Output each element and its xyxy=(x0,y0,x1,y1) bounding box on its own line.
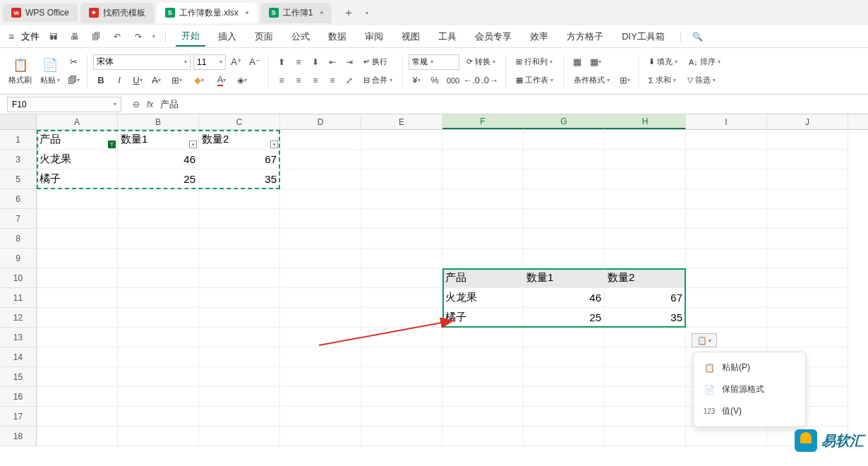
decrease-indent-button[interactable]: ⇤ xyxy=(325,55,339,69)
format-as-table-button[interactable]: ⊞▾ xyxy=(617,73,632,88)
qat-dropdown[interactable]: ▾ xyxy=(152,33,155,40)
tab-file-1[interactable]: S 工作簿数量.xlsx • xyxy=(157,3,258,23)
row-header[interactable]: 9 xyxy=(0,249,37,268)
format-painter-icon[interactable]: 📋 xyxy=(11,56,30,73)
paste-options-button[interactable]: 📋▾ xyxy=(692,333,717,347)
cell[interactable] xyxy=(524,130,605,150)
cell[interactable]: 35 xyxy=(199,169,280,189)
ribbon-tab-insert[interactable]: 插入 xyxy=(212,28,242,46)
number-format-select[interactable]: 常规▾ xyxy=(409,54,459,70)
cell[interactable]: 数量1 xyxy=(118,130,199,150)
cell[interactable]: 数量2 xyxy=(199,130,280,150)
row-header[interactable]: 16 xyxy=(0,387,37,407)
print-button[interactable]: 🖶 xyxy=(68,30,82,44)
row-header[interactable]: 17 xyxy=(0,407,37,426)
search-icon[interactable]: 🔍 xyxy=(691,30,705,44)
col-header[interactable]: D xyxy=(280,114,361,129)
ribbon-tab-data[interactable]: 数据 xyxy=(323,28,352,46)
row-header[interactable]: 5 xyxy=(0,169,37,189)
formula-input[interactable]: 产品 xyxy=(160,98,179,111)
cancel-icon[interactable]: ⊖ xyxy=(133,100,140,109)
ribbon-tab-view[interactable]: 视图 xyxy=(396,28,426,46)
col-header[interactable]: B xyxy=(118,114,199,129)
ribbon-tab-tools[interactable]: 工具 xyxy=(433,28,462,46)
align-center-button[interactable]: ≡ xyxy=(291,73,306,88)
row-header[interactable]: 11 xyxy=(0,288,37,308)
col-header[interactable]: G xyxy=(524,114,605,129)
cell[interactable]: 46 xyxy=(118,150,199,169)
merge-cells-button[interactable]: ⊟ 合并▾ xyxy=(359,73,397,88)
paste-option-values[interactable]: 123 值(V) xyxy=(694,400,805,422)
cell[interactable] xyxy=(767,130,848,150)
name-box[interactable]: F10 ▾ xyxy=(7,97,121,112)
tab-wps-home[interactable]: W WPS Office xyxy=(3,4,78,22)
worksheet-button[interactable]: ▦ 工作表▾ xyxy=(512,73,557,88)
orientation-button[interactable]: ⤢ xyxy=(342,73,356,88)
cell[interactable]: 火龙果 xyxy=(442,288,524,308)
cell[interactable]: 数量1 xyxy=(524,268,605,288)
cell[interactable] xyxy=(442,130,524,150)
paste-icon[interactable]: 📄 xyxy=(40,56,60,73)
paste-option-keep-source[interactable]: 📄 保留源格式 xyxy=(694,378,805,400)
cell[interactable]: 46 xyxy=(524,288,605,308)
ribbon-tab-ffgz[interactable]: 方方格子 xyxy=(561,28,609,46)
justify-button[interactable]: ≡ xyxy=(325,73,339,88)
align-middle-button[interactable]: ≡ xyxy=(291,55,306,69)
tab-daoke[interactable]: ✦ 找稻壳模板 xyxy=(80,3,154,23)
percent-button[interactable]: % xyxy=(427,73,442,88)
file-menu[interactable]: 文件 xyxy=(21,30,40,43)
row-header[interactable]: 14 xyxy=(0,347,37,367)
row-header[interactable]: 8 xyxy=(0,229,37,249)
cut-button[interactable]: ✂ xyxy=(66,54,81,70)
cell[interactable]: 产品 xyxy=(37,130,118,150)
table-corner-icon[interactable]: T xyxy=(108,141,116,148)
row-header[interactable]: 6 xyxy=(0,189,37,209)
increase-indent-button[interactable]: ⇥ xyxy=(342,55,356,69)
underline-button[interactable]: U▾ xyxy=(130,73,145,88)
convert-button[interactable]: ⟳ 转换▾ xyxy=(462,54,500,70)
row-header[interactable]: 7 xyxy=(0,209,37,229)
cell[interactable]: 橘子 xyxy=(442,308,524,328)
col-header[interactable]: F xyxy=(442,114,524,129)
cell[interactable]: 35 xyxy=(605,308,686,328)
cell[interactable] xyxy=(686,130,767,150)
conditional-format-button[interactable]: 条件格式▾ xyxy=(569,73,614,88)
row-header[interactable]: 15 xyxy=(0,367,37,387)
cell[interactable] xyxy=(361,130,442,150)
cell[interactable]: 橘子 xyxy=(37,169,118,189)
col-header[interactable]: H xyxy=(605,114,686,129)
align-left-button[interactable]: ≡ xyxy=(275,73,289,88)
fill-button[interactable]: ⬇ 填充▾ xyxy=(644,54,682,70)
cell[interactable]: 67 xyxy=(605,288,686,308)
row-header[interactable]: 13 xyxy=(0,328,37,347)
new-tab-button[interactable]: ＋ xyxy=(334,6,363,20)
cell[interactable]: 25 xyxy=(118,169,199,189)
ribbon-tab-page[interactable]: 页面 xyxy=(249,28,279,46)
ribbon-tab-start[interactable]: 开始 xyxy=(176,27,205,47)
cell[interactable]: 25 xyxy=(524,308,605,328)
fill-color-button[interactable]: ◆▾ xyxy=(189,73,209,88)
decrease-decimal-button[interactable]: .0→ xyxy=(482,73,498,88)
row-header[interactable]: 1 xyxy=(0,130,37,150)
paste-option-paste[interactable]: 📋 粘贴(P) xyxy=(694,357,805,378)
ribbon-tab-formula[interactable]: 公式 xyxy=(286,28,315,46)
redo-button[interactable]: ↷ xyxy=(131,30,145,44)
align-right-button[interactable]: ≡ xyxy=(308,73,323,88)
font-color-button[interactable]: A▾ xyxy=(212,73,231,88)
cell[interactable]: 数量2 xyxy=(605,268,686,288)
sum-button[interactable]: Σ 求和▾ xyxy=(644,73,680,88)
cell[interactable]: 67 xyxy=(199,150,280,169)
italic-button[interactable]: I xyxy=(111,73,127,88)
tab-file-2[interactable]: S 工作簿1 • xyxy=(260,3,332,23)
col-header[interactable]: I xyxy=(686,114,767,129)
fx-icon[interactable]: fx xyxy=(147,100,153,109)
bold-button[interactable]: B xyxy=(93,73,109,88)
undo-button[interactable]: ↶ xyxy=(110,30,124,44)
name-box-dropdown[interactable]: ▾ xyxy=(114,101,116,107)
decrease-font-button[interactable]: A⁻ xyxy=(247,54,263,70)
ribbon-tab-efficiency[interactable]: 效率 xyxy=(524,28,554,46)
border-button[interactable]: ⊞▾ xyxy=(167,73,186,88)
row-header[interactable]: 12 xyxy=(0,308,37,328)
increase-decimal-button[interactable]: ←.0 xyxy=(464,73,479,88)
increase-font-button[interactable]: A⁺ xyxy=(229,54,244,70)
